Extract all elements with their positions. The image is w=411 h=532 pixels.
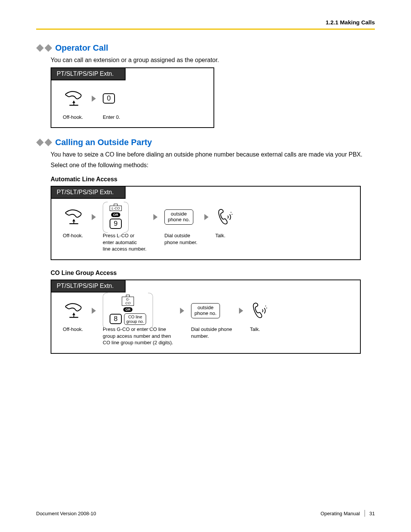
step-caption: Off-hook.: [63, 114, 83, 121]
step-caption: Press G-CO or enter CO line group access…: [103, 326, 173, 346]
diamond-bullet-icon: [36, 44, 52, 52]
keycap-0: 0: [103, 93, 115, 104]
arrow-icon: [85, 87, 103, 110]
step-dial-outside: outside phone no. Dial outside phone num…: [191, 299, 232, 339]
operator-intro: You can call an extension or a group ass…: [51, 56, 375, 64]
section-heading-operator: Operator Call: [36, 43, 375, 53]
operator-procedure-box: PT/SLT/PS/SIP Extn. Off-hook. 0: [51, 67, 214, 128]
step-caption: Press L-CO or enter automatic line acces…: [103, 232, 147, 252]
step-dial-outside: outside phone no. Dial outside phone num…: [164, 206, 198, 246]
step-gco-or-8: G-CO OR 8 CO line group no. Press G-CO o…: [103, 299, 173, 346]
step-enter-0: 0 Enter 0.: [103, 87, 120, 121]
tab-extn: PT/SLT/PS/SIP Extn.: [51, 187, 126, 199]
or-pill: OR: [123, 307, 132, 312]
lco-button-icon: L-CO: [110, 206, 122, 211]
step-caption: Talk.: [250, 326, 260, 333]
talk-icon: [250, 300, 269, 321]
phone-no-box: outside phone no.: [191, 303, 220, 318]
step-offhook: Off-hook.: [63, 87, 85, 121]
offhook-icon: [63, 88, 85, 109]
diamond-bullet-icon: [36, 139, 52, 146]
tab-extn: PT/SLT/PS/SIP Extn.: [51, 68, 126, 80]
arrow-icon: [198, 206, 215, 228]
svg-point-2: [265, 305, 266, 306]
auto-procedure-box: PT/SLT/PS/SIP Extn. Off-hook.: [51, 186, 361, 260]
breadcrumb: 1.2.1 Making Calls: [326, 19, 375, 26]
svg-point-1: [231, 214, 232, 215]
option-bracket: G-CO OR 8 CO line group no.: [103, 294, 153, 327]
arrow-icon: [232, 299, 250, 322]
step-caption: Dial outside phone number.: [191, 326, 232, 339]
step-caption: Off-hook.: [63, 326, 83, 333]
subheading-auto: Automatic Line Access: [51, 176, 375, 183]
keycap-8: 8: [110, 314, 122, 324]
page-footer: Document Version 2008-10 Operating Manua…: [36, 510, 375, 517]
group-no-box: CO line group no.: [124, 313, 146, 325]
arrow-icon: [173, 299, 191, 322]
step-caption: Dial outside phone number.: [164, 232, 198, 246]
cogroup-procedure-box: PT/SLT/PS/SIP Extn. Off-hook.: [51, 280, 361, 354]
step-talk: Talk.: [250, 299, 269, 333]
page-number: 31: [370, 511, 375, 516]
step-caption: Enter 0.: [103, 114, 120, 121]
arrow-icon: [147, 206, 164, 228]
offhook-icon: [63, 300, 85, 321]
step-caption: Talk.: [215, 232, 226, 239]
section-heading-outside: Calling an Outside Party: [36, 137, 375, 147]
svg-point-3: [266, 308, 267, 308]
step-offhook: Off-hook.: [63, 206, 85, 239]
keycap-9: 9: [110, 219, 122, 229]
step-offhook: Off-hook.: [63, 299, 85, 333]
arrow-icon: [85, 206, 103, 228]
page-header: 1.2.1 Making Calls: [36, 19, 375, 29]
manual-label: Operating Manual: [320, 511, 360, 516]
heading-text: Operator Call: [55, 43, 108, 53]
outside-intro1: You have to seize a CO line before diali…: [51, 150, 375, 159]
or-pill: OR: [111, 212, 120, 217]
phone-no-box: outside phone no.: [164, 209, 193, 225]
offhook-icon: [63, 207, 85, 227]
gco-button-icon: G-CO: [122, 297, 134, 306]
step-caption: Off-hook.: [63, 232, 83, 239]
tab-extn: PT/SLT/PS/SIP Extn.: [51, 280, 126, 292]
svg-point-0: [231, 212, 231, 213]
doc-version: Document Version 2008-10: [36, 511, 96, 516]
header-rule: [36, 29, 375, 30]
outside-intro2: Select one of the following methods:: [51, 161, 375, 169]
talk-icon: [215, 207, 234, 227]
step-lco-or-9: L-CO OR 9 Press L-CO or enter automatic …: [103, 206, 147, 252]
arrow-icon: [85, 299, 103, 322]
subheading-cogroup: CO Line Group Access: [51, 270, 375, 276]
step-talk: Talk.: [215, 206, 234, 239]
footer-divider: [365, 510, 365, 517]
heading-text: Calling an Outside Party: [55, 137, 152, 147]
option-bracket: L-CO OR 9: [103, 203, 129, 231]
